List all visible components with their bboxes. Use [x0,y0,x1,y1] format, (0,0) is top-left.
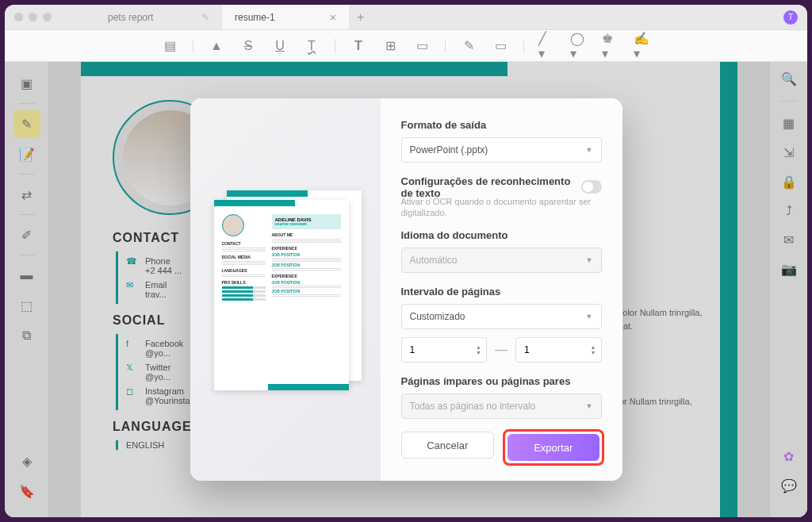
format-select[interactable]: PowerPoint (.pptx)▼ [401,137,602,163]
stamp-icon[interactable]: ♚ ▾ [602,37,619,55]
chevron-down-icon: ▼ [586,256,593,264]
toolbar: ▤ ▲ S U T T ⊞ ▭ ✎ ▭ ╱ ▾ ◯ ▾ ♚ ▾ ✍ ▾ [5,30,807,62]
down-icon[interactable]: ▼ [476,350,481,355]
note-icon[interactable]: ▭ [413,37,431,55]
close-dot[interactable] [14,13,23,21]
modal-overlay: CONTACT SOCIAL MEDIA LANGUAGES PRO SKILL… [5,62,807,517]
cancel-button[interactable]: Cancelar [401,432,495,459]
app-window: pets report ✎ resume-1 × + T ▤ ▲ S U T T… [5,5,807,517]
chevron-down-icon: ▼ [586,146,593,154]
main-area: ▣ ✎ 📝 ⇄ ✐ ▬ ⬚ ⧉ ◈ 🔖 C [5,62,807,517]
language-label: Idioma do documento [401,229,602,241]
page-from-input[interactable]: 1 ▲▼ [401,337,488,363]
comment-icon[interactable]: ▤ [161,37,178,55]
signature-icon[interactable]: ✍ ▾ [634,37,651,55]
shape-icon[interactable]: ◯ ▾ [570,37,588,55]
minimize-dot[interactable] [29,13,37,21]
squiggly-icon[interactable]: T [303,37,320,55]
dialog-preview-pane: CONTACT SOCIAL MEDIA LANGUAGES PRO SKILL… [190,98,381,482]
language-select[interactable]: Automático▼ [401,248,602,273]
ocr-hint: Ativar o OCR quando o documento aparenta… [401,196,602,219]
export-dialog: CONTACT SOCIAL MEDIA LANGUAGES PRO SKILL… [190,98,622,482]
line-icon[interactable]: ╱ ▾ [538,37,556,55]
page-to-input[interactable]: 1 ▲▼ [515,337,602,363]
edit-icon: ✎ [201,12,209,23]
user-avatar[interactable]: T [783,10,798,25]
tab-label: resume-1 [235,12,275,23]
eraser-icon[interactable]: ▭ [492,37,509,55]
tab-strip: pets report ✎ resume-1 × + [95,5,783,29]
ocr-toggle[interactable] [581,180,602,194]
export-button[interactable]: Exportar [508,434,599,461]
oddeven-label: Páginas ímpares ou páginas pares [401,375,602,387]
down-icon[interactable]: ▼ [591,350,596,355]
tab-pets-report[interactable]: pets report ✎ [95,5,222,29]
text-icon[interactable]: T [350,37,367,55]
underline-icon[interactable]: U [271,37,289,55]
range-select[interactable]: Customizado▼ [401,304,602,329]
tab-resume-1[interactable]: resume-1 × [222,5,349,29]
strikethrough-icon[interactable]: S [239,37,257,55]
chevron-down-icon: ▼ [586,313,593,320]
maximize-dot[interactable] [43,13,52,21]
range-label: Intervalo de páginas [401,286,602,297]
close-icon[interactable]: × [330,11,336,24]
up-icon[interactable]: ▲ [591,344,596,350]
chevron-down-icon: ▼ [586,402,593,410]
dialog-form: Formato de saída PowerPoint (.pptx)▼ Con… [381,98,622,482]
traffic-lights[interactable] [14,13,52,21]
new-tab-button[interactable]: + [349,5,372,29]
textbox-icon[interactable]: ⊞ [381,37,399,55]
pen-icon[interactable]: ✎ [460,37,477,55]
preview-page: CONTACT SOCIAL MEDIA LANGUAGES PRO SKILL… [214,200,349,390]
up-icon[interactable]: ▲ [476,344,481,350]
tab-label: pets report [108,12,153,23]
titlebar: pets report ✎ resume-1 × + T [5,5,807,30]
highlight-icon[interactable]: ▲ [208,37,225,55]
format-label: Formato de saída [401,119,602,131]
oddeven-select[interactable]: Todas as páginas no intervalo▼ [401,393,602,419]
